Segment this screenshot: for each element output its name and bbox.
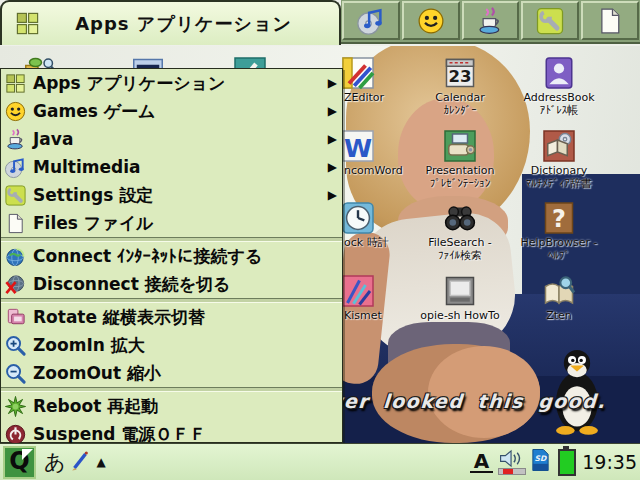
clock-time[interactable]: 19:35 (582, 451, 637, 473)
menu-item-zoomin[interactable]: ZoomIn 拡大 (1, 331, 342, 359)
menu-item-files[interactable]: Files ファイル (1, 209, 342, 237)
terminal-icon (442, 273, 478, 309)
launch-triangle-icon (22, 449, 33, 460)
wrench-icon (535, 6, 565, 36)
menu-item-label: ZoomOut 縮小 (33, 362, 161, 385)
tab-games[interactable] (402, 1, 460, 40)
icon-label-2: ﾌﾟﾚｾﾞﾝﾃｰｼｮﾝ (412, 178, 508, 190)
icon-label-2: ｱﾄﾞﾚｽ帳 (509, 105, 609, 117)
svg-text:23: 23 (449, 67, 472, 86)
launcher-menu: Apps アプリケーション ▶ Games ゲーム ▶ Java ▶ Multi… (0, 68, 343, 443)
menu-item-zoomout[interactable]: ZoomOut 縮小 (1, 359, 342, 387)
battery-indicator[interactable] (558, 449, 576, 476)
calendar-icon: 23 (442, 55, 478, 91)
icon-label: HelpBrowser - (509, 237, 609, 249)
active-app-tab[interactable]: Apps アプリケーション (0, 0, 341, 45)
volume-level (503, 469, 513, 474)
icon-label: AddressBook (509, 92, 609, 104)
tab-multimedia[interactable] (342, 1, 400, 40)
addressbook-icon (541, 55, 577, 91)
desktop-icon-dictionary[interactable]: Dictionary ﾏﾙﾁﾒﾃﾞｨｱ辞書 (509, 128, 609, 190)
desktop-icon-filesearch[interactable]: FileSearch - ﾌｧｲﾙ検索 (412, 200, 508, 262)
screen: ver looked this good. ZEditor (0, 0, 640, 480)
header: Apps アプリケーション (0, 0, 640, 46)
menu-item-rotate[interactable]: Rotate 縦横表示切替 (1, 303, 342, 331)
desktop-icon-presentation[interactable]: Presentation ﾌﾟﾚｾﾞﾝﾃｰｼｮﾝ (412, 128, 508, 190)
smiley-icon (416, 6, 446, 36)
menu-item-label: Disconnect 接続を切る (33, 273, 230, 296)
svg-text:W: W (344, 133, 372, 163)
music-note-icon (356, 6, 386, 36)
menu-item-label: Java (33, 129, 73, 149)
reboot-icon (4, 395, 27, 418)
menu-item-settings[interactable]: Settings 設定 ▶ (1, 181, 342, 209)
music-note-icon (4, 156, 27, 179)
icon-label: opie-sh HowTo (412, 310, 508, 322)
menu-item-label: Rotate 縦横表示切替 (33, 306, 205, 329)
desktop-icon-opie-sh[interactable]: opie-sh HowTo (412, 273, 508, 322)
speaker-icon (497, 449, 527, 468)
volume-applet[interactable] (497, 449, 527, 475)
icon-label: Calendar (412, 92, 508, 104)
input-mode-letter-indicator[interactable]: A (470, 451, 493, 473)
icon-label-2: ｶﾚﾝﾀﾞｰ (412, 105, 508, 117)
wrench-icon (4, 184, 27, 207)
icon-label-2: ﾌｧｲﾙ検索 (412, 250, 508, 262)
menu-item-reboot[interactable]: Reboot 再起動 (1, 392, 342, 420)
desktop-icon-calendar[interactable]: 23 Calendar ｶﾚﾝﾀﾞｰ (412, 55, 508, 117)
menu-item-label: Settings 設定 (33, 184, 153, 207)
tab-settings[interactable] (521, 1, 579, 40)
java-cup-icon (475, 6, 505, 36)
icon-label: FileSearch - (412, 237, 508, 249)
book-search-icon (541, 273, 577, 309)
menu-item-java[interactable]: Java ▶ (1, 125, 342, 153)
wallpaper-caption: ver looked this good. (329, 390, 607, 412)
submenu-arrow-icon: ▶ (328, 76, 337, 90)
taskbar: Q あ ▲ A SD 19:35 (0, 443, 640, 480)
menu-item-apps[interactable]: Apps アプリケーション ▶ (1, 69, 342, 97)
menu-item-label: Multimedia (33, 157, 141, 177)
clock-icon (340, 200, 376, 236)
zoom-in-icon (4, 334, 27, 357)
category-tab-bar (341, 0, 640, 44)
rotate-display-icon (4, 306, 27, 329)
menu-item-label: Reboot 再起動 (33, 395, 158, 418)
help-question-icon: ? (541, 200, 577, 236)
icon-label: Zten (509, 310, 609, 322)
menu-item-multimedia[interactable]: Multimedia ▶ (1, 153, 342, 181)
icon-label-2: ﾏﾙﾁﾒﾃﾞｨｱ辞書 (509, 178, 609, 190)
desktop-icon-addressbook[interactable]: AddressBook ｱﾄﾞﾚｽ帳 (509, 55, 609, 117)
document-icon (595, 6, 625, 36)
menu-item-label: Games ゲーム (33, 100, 156, 123)
volume-bar[interactable] (498, 468, 526, 475)
page-title: Apps アプリケーション (49, 12, 292, 36)
input-method-kana-indicator[interactable]: あ (44, 448, 66, 476)
menu-item-label: Files ファイル (33, 212, 153, 235)
menu-item-label: ZoomIn 拡大 (33, 334, 145, 357)
qtopia-launcher-button[interactable]: Q (3, 446, 36, 479)
kismet-icon (340, 273, 376, 309)
menu-item-disconnect[interactable]: Disconnect 接続を切る (1, 270, 342, 298)
smiley-icon (4, 100, 27, 123)
apps-grid-icon (14, 10, 41, 37)
tab-files[interactable] (581, 1, 639, 40)
menu-item-label: Connect ｲﾝﾀｰﾈｯﾄに接続する (33, 245, 262, 268)
tab-java[interactable] (462, 1, 520, 40)
input-selector-up-arrow[interactable]: ▲ (97, 455, 106, 469)
globe-connect-icon (4, 245, 27, 268)
pencil-icon[interactable] (69, 449, 91, 475)
desktop-icon-zten[interactable]: Zten (509, 273, 609, 322)
menu-item-games[interactable]: Games ゲーム ▶ (1, 97, 342, 125)
apps-grid-icon (4, 72, 27, 95)
presentation-icon (442, 128, 478, 164)
svg-text:SD: SD (535, 454, 547, 463)
java-cup-icon (4, 128, 27, 151)
word-icon: W (340, 128, 376, 164)
icon-label: Presentation (412, 165, 508, 177)
sd-card-icon[interactable]: SD (530, 447, 554, 477)
desktop-icon-helpbrowser[interactable]: ? HelpBrowser - ﾍﾙﾌﾟ (509, 200, 609, 262)
icon-label-2: ﾍﾙﾌﾟ (509, 250, 609, 262)
submenu-arrow-icon: ▶ (328, 104, 337, 118)
menu-item-connect[interactable]: Connect ｲﾝﾀｰﾈｯﾄに接続する (1, 242, 342, 270)
submenu-arrow-icon: ▶ (328, 132, 337, 146)
